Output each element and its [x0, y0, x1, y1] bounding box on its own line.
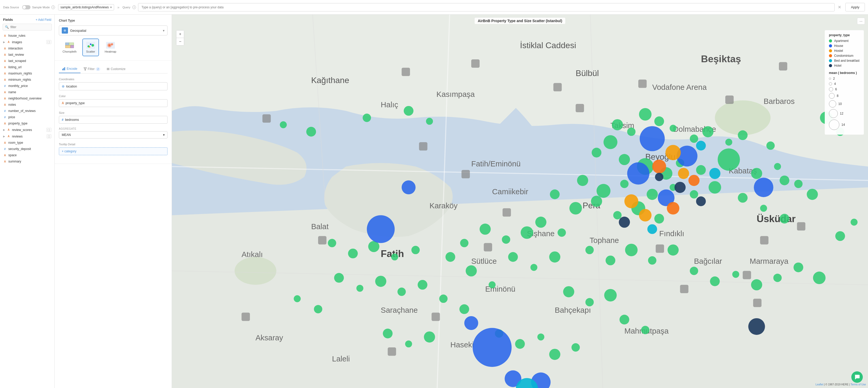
sample-mode-toggle[interactable]	[22, 5, 30, 9]
coordinates-field[interactable]: ⊕ location	[59, 82, 167, 90]
svg-point-162	[627, 162, 649, 185]
field-type-icon: A	[3, 91, 7, 94]
sample-mode-info-icon[interactable]: i	[51, 5, 55, 9]
svg-text:İstiklal Caddesi: İstiklal Caddesi	[520, 41, 576, 50]
svg-rect-192	[779, 62, 787, 71]
field-item-listing_url[interactable]: A listing_url	[0, 64, 55, 70]
field-item-room_type[interactable]: A room_type	[0, 139, 55, 146]
svg-point-118	[439, 294, 447, 303]
add-field-button[interactable]: + Add Field	[36, 18, 51, 22]
legend-item: House	[829, 44, 860, 47]
map-more-button[interactable]: ···	[857, 18, 865, 25]
legend-size-label: 4	[834, 82, 836, 86]
field-item-last_scraped[interactable]: A last_scraped	[0, 58, 55, 64]
field-type-icon: A	[3, 154, 7, 157]
zoom-out-button[interactable]: −	[176, 38, 184, 45]
datasource-select[interactable]: sample_airbnb.listingsAndReviews ▾	[58, 4, 114, 10]
fields-search-input[interactable]	[10, 25, 50, 29]
chart-option-heatmap[interactable]: Heatmap	[101, 38, 120, 56]
field-name: number_of_reviews	[8, 109, 36, 113]
aggregate-select[interactable]: MEAN ▾	[59, 131, 167, 138]
field-type-icon: #	[3, 148, 7, 151]
field-item-monthly_price[interactable]: # monthly_price	[0, 83, 55, 89]
query-clear-icon[interactable]: ✕	[837, 4, 842, 11]
field-item-name[interactable]: A name	[0, 89, 55, 95]
svg-text:Üsküdar: Üsküdar	[756, 213, 796, 224]
field-item-review_scores[interactable]: ▶ A review_scores { }	[0, 127, 55, 133]
leaflet-link[interactable]: Leaflet	[815, 383, 823, 386]
svg-point-171	[678, 168, 689, 179]
field-item-maximum_nights[interactable]: A maximum_nights	[0, 70, 55, 76]
coordinates-value: location	[66, 85, 77, 88]
datasource-value: sample_airbnb.listingsAndReviews	[60, 5, 108, 9]
field-item-number_of_reviews[interactable]: # number_of_reviews	[0, 108, 55, 114]
field-item-reviews[interactable]: ▶ A reviews [ ]	[0, 133, 55, 139]
size-label: Size	[59, 111, 167, 114]
field-item-minimum_nights[interactable]: A minimum_nights	[0, 76, 55, 83]
color-field[interactable]: A property_type	[59, 99, 167, 107]
legend-size-circle	[829, 93, 835, 99]
chart-type-chevron-icon: ▾	[163, 29, 165, 33]
size-field[interactable]: # bedrooms	[59, 116, 167, 124]
svg-point-108	[549, 251, 560, 262]
svg-point-121	[585, 298, 594, 306]
legend-size-item: 14	[829, 120, 860, 130]
size-value: bedrooms	[65, 118, 79, 122]
tab-encode[interactable]: Encode	[59, 65, 81, 73]
svg-point-120	[563, 286, 575, 297]
svg-point-150	[405, 341, 412, 347]
svg-point-21	[235, 257, 276, 285]
svg-point-158	[850, 219, 858, 226]
query-info-icon[interactable]: i	[132, 5, 136, 9]
field-item-notes[interactable]: A notes	[0, 102, 55, 108]
svg-point-179	[647, 224, 657, 234]
query-input[interactable]	[138, 3, 835, 11]
terms-link[interactable]: Terms of Use	[850, 383, 866, 386]
field-type-icon: A	[3, 72, 7, 75]
field-item-summary[interactable]: A summary	[0, 158, 55, 165]
field-item-space[interactable]: A space	[0, 152, 55, 158]
tooltip-add-button[interactable]: + category	[59, 148, 167, 155]
svg-text:Fatih/Eminönü: Fatih/Eminönü	[471, 159, 521, 168]
chart-option-choropleth[interactable]: Choropleth	[59, 38, 80, 56]
svg-rect-3	[71, 45, 74, 48]
field-name: listing_url	[8, 65, 22, 69]
tab-customize[interactable]: Customize	[103, 65, 129, 73]
field-item-interaction[interactable]: A interaction	[0, 45, 55, 52]
color-block: Color A property_type	[59, 95, 167, 107]
field-item-images[interactable]: ▶ A images { }	[0, 39, 55, 45]
map-svg: Beşiktaş İstiklal Caddesi Kağıthane Barb…	[172, 14, 868, 388]
legend-size-item: 10	[829, 100, 860, 107]
svg-text:Bahçekapı: Bahçekapı	[555, 306, 591, 314]
heatmap-icon	[106, 42, 115, 49]
svg-rect-198	[388, 347, 396, 356]
svg-point-103	[479, 224, 491, 235]
svg-point-66	[702, 126, 714, 137]
svg-text:Camiikebir: Camiikebir	[492, 187, 528, 196]
field-item-house_rules[interactable]: A house_rules	[0, 33, 55, 39]
svg-rect-2	[65, 45, 71, 48]
zoom-in-button[interactable]: +	[176, 30, 184, 38]
svg-point-155	[549, 349, 560, 360]
field-item-last_review[interactable]: A last_review	[0, 52, 55, 58]
svg-rect-196	[484, 243, 492, 251]
field-item-property_type[interactable]: A property_type	[0, 120, 55, 127]
chart-option-scatter[interactable]: Scatter	[82, 38, 99, 56]
svg-point-8	[89, 46, 90, 47]
size-block: Size # bedrooms AGGREGATE MEAN ▾	[59, 111, 167, 138]
field-item-security_deposit[interactable]: # security_deposit	[0, 146, 55, 152]
field-name: price	[8, 116, 15, 119]
svg-point-84	[591, 196, 602, 207]
chart-type-selector[interactable]: ⊕ Geospatial ▾	[59, 26, 167, 35]
field-item-price[interactable]: # price	[0, 114, 55, 120]
field-item-neighborhood_overview[interactable]: A neighborhood_overview	[0, 95, 55, 102]
apply-button[interactable]: Apply	[845, 3, 865, 11]
legend-size-item: 2	[829, 77, 860, 80]
svg-point-143	[356, 285, 363, 292]
datasource-label: Data Source	[3, 6, 19, 9]
tab-filter[interactable]: Filter 2	[81, 65, 103, 73]
svg-rect-189	[576, 104, 584, 112]
svg-point-65	[690, 134, 698, 143]
svg-rect-12	[62, 69, 63, 70]
chat-button[interactable]	[851, 371, 863, 383]
